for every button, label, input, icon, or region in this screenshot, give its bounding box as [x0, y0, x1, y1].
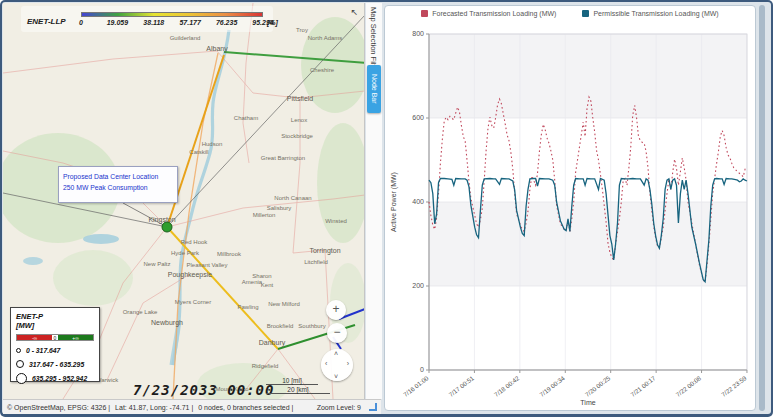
gradient-tick-label: 38.118 — [143, 19, 164, 26]
cursor-coordinates: Lat: 41.87, Long: -74.71 | — [115, 404, 193, 411]
size-class-label: 635.295 - 952.942 — [32, 375, 87, 382]
side-tab-strip: Map Selection Filter Node Bar — [366, 3, 382, 399]
map-city-label: Poughkeepsie — [168, 271, 212, 278]
map-city-label: North Canaan — [274, 195, 311, 201]
map-city-label: Newburgh — [151, 319, 183, 326]
y-tick-label: 600 — [412, 114, 424, 121]
band — [429, 202, 747, 286]
branch-kingston-danbury[interactable] — [167, 227, 278, 349]
size-class-row: 635.295 - 952.942 — [16, 373, 94, 384]
map-city-label: New Paltz — [143, 261, 170, 267]
data-center-callout: Proposed Data Center Location 250 MW Pea… — [58, 166, 178, 203]
transmission-loading-chart: 02004006008007/16 01:007/17 00:517/18 00… — [385, 22, 755, 410]
y-tick-label: 0 — [420, 366, 424, 373]
size-legend-title: ENET-P — [16, 312, 94, 321]
y-tick-label: 800 — [412, 30, 424, 37]
positive-range: +∞ — [58, 335, 93, 340]
x-tick-label: 7/19 00:34 — [538, 374, 566, 398]
map-city-label: Albany — [206, 45, 227, 52]
pan-down-icon[interactable]: ˅ — [334, 373, 338, 380]
y-tick-label: 200 — [412, 282, 424, 289]
map-city-label: Catskill — [189, 149, 208, 155]
map-city-label: Chatham — [234, 115, 258, 121]
map-city-label: Stockbridge — [281, 133, 313, 139]
pan-left-icon[interactable]: ‹ — [325, 360, 327, 367]
legend-item[interactable]: Forecasted Transmission Loading (MW) — [421, 10, 556, 17]
map-canvas[interactable]: TroyGuilderlandAlbanyNorth AdamsCheshire… — [3, 3, 365, 399]
map-city-label: Millbrook — [217, 251, 241, 257]
map-city-label: Orange Lake — [123, 309, 158, 315]
branch-albany-east[interactable] — [224, 52, 365, 63]
x-tick-label: 7/21 00:17 — [629, 374, 657, 398]
loading-gradient-legend: ENET-LLP 019.05938.11857.17776.23595.294… — [21, 6, 273, 32]
x-tick-label: 7/22 23:59 — [720, 374, 748, 398]
size-class-circle-icon — [16, 348, 21, 353]
pan-control[interactable]: ˄ ˅ ‹ › — [321, 349, 353, 381]
size-class-circle-icon — [16, 373, 27, 384]
map-city-label: Guilderland — [170, 35, 201, 41]
map-city-label: Danbury — [259, 339, 285, 346]
map-city-label: Great Barrington — [261, 155, 305, 161]
map-city-label: Cheshire — [310, 67, 334, 73]
size-class-label: 0 - 317.647 — [26, 347, 60, 354]
transmission-loading-chart-card: Forecasted Transmission Loading (MW)Perm… — [384, 5, 756, 411]
map-city-label: Torrington — [309, 247, 340, 254]
map-city-label: Amenia — [242, 279, 262, 285]
tab-node-bar[interactable]: Node Bar — [367, 65, 381, 113]
collapse-arrow-icon[interactable]: ↖ — [350, 7, 358, 17]
negative-range: -∞ — [17, 335, 52, 340]
size-class-row: 317.647 - 635.295 — [16, 359, 94, 370]
map-city-label: Red Hook — [181, 239, 208, 245]
pan-up-icon[interactable]: ˄ — [334, 350, 338, 357]
gradient-tick-label: 19.059 — [107, 19, 128, 26]
map-city-label: Kent — [261, 282, 273, 288]
gradient-tick-label: 57.177 — [179, 19, 200, 26]
map-city-label: Hyde Park — [171, 250, 199, 256]
y-tick-label: 400 — [412, 198, 424, 205]
tab-map-selection-filter[interactable]: Map Selection Filter — [369, 7, 378, 73]
map-city-label: Troy — [296, 27, 308, 33]
map-city-label: Southbury — [298, 323, 325, 329]
app-content: TroyGuilderlandAlbanyNorth AdamsCheshire… — [2, 2, 771, 414]
gradient-color-bar — [81, 12, 263, 17]
pan-right-icon[interactable]: › — [347, 360, 349, 367]
y-axis-title: Active Power (MW) — [390, 172, 398, 232]
map-city-label: Hudson — [202, 141, 223, 147]
zoom-out-button[interactable]: − — [327, 323, 347, 343]
size-class-row: 0 - 317.647 — [16, 345, 94, 356]
x-tick-label: 7/20 00:25 — [584, 374, 612, 398]
map-city-label: Pawling — [237, 304, 258, 310]
zoom-level-label: Zoom Level: 9 — [317, 404, 361, 411]
selection-count: 0 nodes, 0 branches selected | — [198, 404, 293, 411]
map-city-label: Pittsfield — [287, 95, 313, 102]
proposed-data-center-node[interactable] — [162, 222, 172, 232]
node-bar-label: Node Bar — [371, 74, 378, 104]
map-city-label: Myers Corner — [175, 299, 211, 305]
scale-km: 20 [km] — [266, 386, 330, 394]
node-size-legend: ENET-P [MW] -∞ 0 +∞ 0 - 317.647317.647 -… — [10, 307, 100, 382]
callout-line1: Proposed Data Center Location — [63, 172, 173, 183]
legend-item[interactable]: Permissible Transmission Loading (MW) — [582, 10, 718, 17]
size-class-circle-icon — [16, 360, 24, 368]
size-class-label: 317.647 - 635.295 — [29, 361, 84, 368]
gradient-legend-title: ENET-LLP — [27, 17, 66, 26]
legend-label: Forecasted Transmission Loading (MW) — [432, 10, 556, 17]
map-city-label: Pleasant Valley — [187, 262, 228, 268]
osm-attribution: © OpenStreetMap, EPSG: 4326 | — [7, 404, 110, 411]
x-tick-label: 7/22 00:08 — [674, 374, 702, 398]
map-city-label: Millerton — [253, 212, 276, 218]
legend-swatch-icon — [421, 10, 428, 17]
resize-grip[interactable] — [369, 403, 377, 411]
size-legend-unit: [MW] — [16, 321, 94, 330]
x-tick-label: 7/18 00:42 — [493, 374, 521, 398]
map-city-label: North Adams — [308, 35, 343, 41]
map-city-label: Litchfield — [304, 259, 328, 265]
map-city-label: Winsted — [325, 218, 347, 224]
app-window: TroyGuilderlandAlbanyNorth AdamsCheshire… — [0, 0, 773, 417]
map-status-bar: © OpenStreetMap, EPSG: 4326 | Lat: 41.87… — [3, 399, 381, 414]
vertical-scrollbar[interactable] — [759, 5, 765, 411]
gradient-tick-label: 76.235 — [216, 19, 237, 26]
zoom-in-button[interactable]: + — [326, 300, 346, 320]
chart-legend: Forecasted Transmission Loading (MW)Perm… — [385, 10, 755, 17]
map-city-label: Salisbury — [267, 205, 292, 211]
